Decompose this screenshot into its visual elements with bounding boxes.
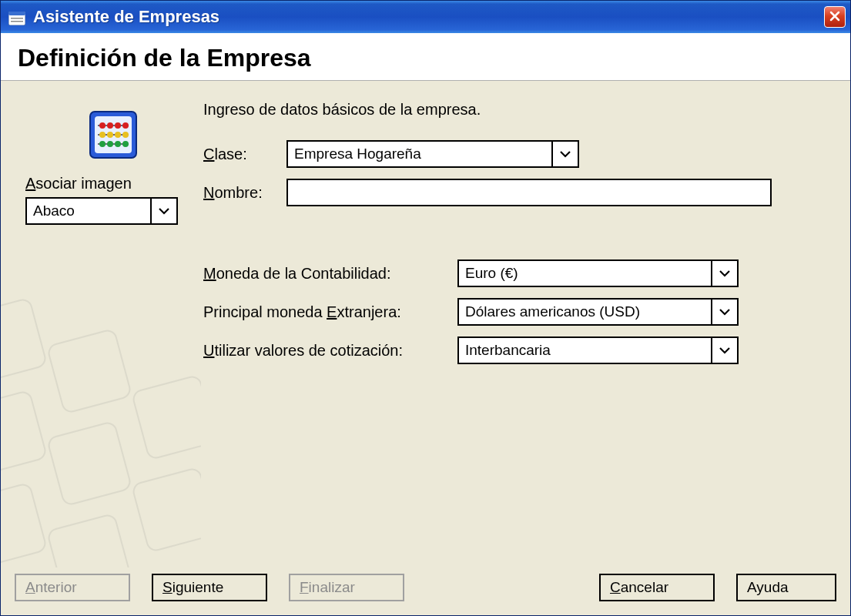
abacus-icon <box>87 109 139 161</box>
row-clase: Clase: Empresa Hogareña <box>203 140 829 168</box>
moneda-extranjera-value: Dólares americanos (USD) <box>459 303 711 320</box>
svg-rect-6 <box>1 390 47 475</box>
associate-image-label: Asociar imagen <box>25 175 132 192</box>
ayuda-button[interactable]: Ayuda <box>736 574 836 601</box>
close-button[interactable] <box>824 6 846 28</box>
moneda-contabilidad-value: Euro (€) <box>459 265 711 282</box>
svg-rect-11 <box>132 467 201 552</box>
page-heading: Definición de la Empresa <box>18 44 833 72</box>
row-moneda-extranjera: Principal moneda Extranjera: Dólares ame… <box>203 298 829 326</box>
svg-rect-9 <box>47 514 132 567</box>
siguiente-button[interactable]: Siguiente <box>152 574 267 601</box>
cotizacion-value: Interbancaria <box>459 342 711 359</box>
svg-rect-1 <box>8 12 25 15</box>
content-area: Asociar imagen Abaco Ingreso de datos bá… <box>1 81 850 567</box>
svg-point-17 <box>99 122 106 129</box>
svg-point-23 <box>115 132 121 138</box>
svg-rect-7 <box>47 421 132 506</box>
moneda-extranjera-select[interactable]: Dólares americanos (USD) <box>457 298 739 326</box>
wizard-window: Asistente de Empresas Definición de la E… <box>0 0 851 616</box>
svg-rect-2 <box>11 18 23 19</box>
svg-rect-8 <box>1 483 47 567</box>
cotizacion-select[interactable]: Interbancaria <box>457 336 739 364</box>
associate-image-value: Abaco <box>27 203 150 219</box>
svg-point-19 <box>115 122 121 129</box>
window-title: Asistente de Empresas <box>33 7 824 27</box>
left-column: Asociar imagen Abaco <box>22 98 203 375</box>
associate-image-select[interactable]: Abaco <box>25 197 178 225</box>
row-cotizacion: Utilizar valores de cotización: Interban… <box>203 336 829 364</box>
svg-rect-10 <box>132 375 201 460</box>
svg-rect-3 <box>11 21 23 22</box>
app-icon <box>8 10 25 24</box>
button-bar: Anterior Siguiente Finalizar Cancelar Ay… <box>1 567 850 615</box>
close-icon <box>829 7 841 27</box>
right-column: Ingreso de datos básicos de la empresa. … <box>203 98 829 375</box>
row-nombre: Nombre: <box>203 179 829 206</box>
nombre-label: Nombre: <box>203 184 286 202</box>
nombre-input[interactable] <box>286 179 772 206</box>
finalizar-button[interactable]: Finalizar <box>289 574 404 601</box>
cotizacion-label: Utilizar valores de cotización: <box>203 342 457 360</box>
chevron-down-icon <box>711 338 737 363</box>
svg-point-25 <box>99 141 106 147</box>
cancelar-button[interactable]: Cancelar <box>599 574 715 601</box>
clase-value: Empresa Hogareña <box>288 146 551 162</box>
moneda-contabilidad-label: Moneda de la Contabilidad: <box>203 265 457 283</box>
header-section: Definición de la Empresa <box>1 33 850 81</box>
clase-label: Clase: <box>203 146 286 163</box>
titlebar: Asistente de Empresas <box>1 1 850 33</box>
moneda-extranjera-label: Principal moneda Extranjera: <box>203 303 457 321</box>
chevron-down-icon <box>711 300 737 324</box>
svg-point-18 <box>107 122 113 129</box>
subtitle: Ingreso de datos básicos de la empresa. <box>203 101 829 119</box>
chevron-down-icon <box>551 142 578 166</box>
svg-point-27 <box>115 141 121 147</box>
clase-select[interactable]: Empresa Hogareña <box>286 140 579 168</box>
svg-point-24 <box>122 132 129 138</box>
svg-point-26 <box>107 141 113 147</box>
chevron-down-icon <box>711 261 737 286</box>
row-moneda-contabilidad: Moneda de la Contabilidad: Euro (€) <box>203 259 829 287</box>
anterior-button[interactable]: Anterior <box>15 574 130 601</box>
moneda-contabilidad-select[interactable]: Euro (€) <box>457 259 739 287</box>
chevron-down-icon <box>150 199 176 223</box>
svg-point-21 <box>99 132 106 138</box>
svg-point-20 <box>122 122 129 129</box>
svg-point-28 <box>122 141 129 147</box>
svg-point-22 <box>107 132 113 138</box>
